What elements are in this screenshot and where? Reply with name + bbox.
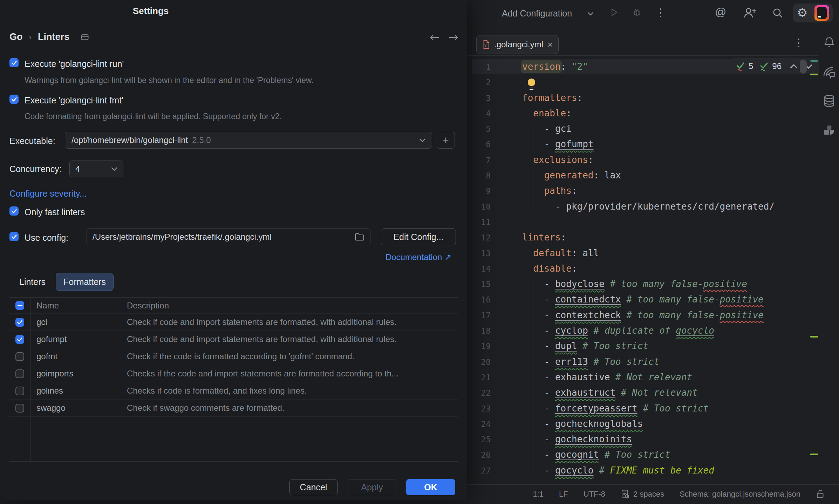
breadcrumb-go[interactable]: Go [9,32,23,42]
code-line[interactable]: 9 paths: [472,183,819,198]
select-all-checkbox[interactable] [15,301,24,310]
settings-gear-icon[interactable]: ⚙ [797,6,807,20]
golines-checkbox[interactable] [15,387,24,395]
run-configuration-selector[interactable]: Add Configuration [502,8,572,19]
code-line[interactable]: 6 - gofumpt [472,136,819,152]
run-button[interactable] [609,7,619,18]
code-line[interactable]: 11 [472,214,819,230]
tab-formatters[interactable]: Formatters [56,273,114,291]
column-header-name[interactable]: Name [30,301,122,311]
edit-config-button[interactable]: Edit Config... [381,229,456,245]
code-line[interactable]: 7 exclusions: [472,152,819,168]
window-icon[interactable] [81,34,89,41]
concurrency-combobox[interactable]: 4 [69,161,123,177]
code-line[interactable]: 3formatters: [472,90,819,105]
chevron-down-icon[interactable] [111,167,117,171]
caret-position[interactable]: 1:1 [533,490,544,499]
table-row[interactable]: gofmtCheck if the code is formatted acco… [9,348,458,365]
code-line[interactable]: 25 - gochecknoinits [472,431,819,447]
code-editor[interactable]: 1version: "2"23formatters:4 enable:5 - g… [472,59,819,478]
table-row[interactable]: goimportsChecks if the code and import s… [9,365,458,382]
code-line[interactable]: 4 enable: [472,105,819,121]
table-row[interactable]: swaggoCheck if swaggo comments are forma… [9,400,458,417]
gofmt-checkbox[interactable] [15,352,24,361]
code-line[interactable]: 21 - exhaustive # Not relevant [472,369,819,385]
only-fast-checkbox[interactable] [9,206,19,216]
editor-tab-golangci-yml[interactable]: Y .golangci.yml × [476,35,559,54]
table-row[interactable]: golinesChecks if code is formatted, and … [9,382,458,400]
execute-run-checkbox[interactable] [9,58,19,67]
schema-selector[interactable]: Schema: golangci.jsonschema.json [680,490,800,499]
config-path-input[interactable]: /Users/jetbrains/myProjects/traefik/.gol… [87,229,370,245]
code-line[interactable]: 10 - pkg/provider/kubernetes/crd/generat… [472,199,819,214]
code-line[interactable]: 17 - contextcheck # too many false-posit… [472,307,819,323]
file-encoding[interactable]: UTF-8 [584,490,605,499]
editor-scrollbar-thumb[interactable] [800,60,807,74]
intention-bulb-icon[interactable] [528,79,535,86]
use-config-label[interactable]: Use config: [25,233,68,243]
editor-options-icon[interactable]: ⋮ [793,36,804,49]
gci-checkbox[interactable] [15,318,24,327]
lock-icon[interactable] [816,489,825,499]
plugins-icon[interactable] [823,123,836,137]
code-line[interactable]: 14 disable: [472,261,819,276]
column-header-description[interactable]: Description [122,301,458,311]
cancel-button[interactable]: Cancel [289,479,337,495]
code-line[interactable]: 24 - gochecknoglobals [472,416,819,431]
code-line[interactable]: 23 - forcetypeassert # Too strict [472,401,819,416]
avatar[interactable] [814,5,829,21]
database-icon[interactable] [823,94,836,108]
code-line[interactable]: 18 - cyclop # duplicate of gocyclo [472,323,819,338]
code-line[interactable]: 26 - gocognit # Too strict [472,447,819,462]
apply-button[interactable]: Apply [348,479,396,495]
only-fast-label[interactable]: Only fast linters [25,207,85,217]
ok-button[interactable]: OK [406,479,455,495]
tab-close-icon[interactable]: × [547,40,553,49]
line-separator[interactable]: LF [559,490,568,499]
code-line[interactable]: 13 default: all [472,245,819,261]
code-line[interactable]: 27 - gocyclo # FIXME must be fixed [472,463,819,478]
indent-setting[interactable]: 2 spaces [621,489,664,499]
configure-severity-link[interactable]: Configure severity... [9,189,87,199]
code-line[interactable]: 5 - gci [472,121,819,136]
code-with-me-icon[interactable] [742,6,757,20]
stripe-mark-green[interactable] [810,336,818,338]
chevron-down-icon[interactable] [419,138,425,142]
ai-assistant-icon[interactable]: @ [715,6,726,19]
execute-run-label[interactable]: Execute 'golangci-lint run' [25,59,124,69]
stripe-mark-green[interactable] [810,454,818,455]
code-line[interactable]: 22 - exhaustruct # Not relevant [472,385,819,400]
code-line[interactable]: 12linters: [472,230,819,245]
stripe-mark-green[interactable] [810,74,818,75]
table-row[interactable]: gofumptCheck if code and import statemen… [9,331,458,348]
code-line[interactable]: 20 - err113 # Too strict [472,354,819,369]
gofumpt-checkbox[interactable] [15,335,24,344]
stripe-mark-teal[interactable] [810,60,818,62]
folder-icon[interactable] [355,233,364,241]
chevron-down-icon[interactable] [587,12,594,15]
goimports-checkbox[interactable] [15,369,24,378]
code-line[interactable]: 16 - containedctx # too many false-posit… [472,292,819,307]
add-executable-button[interactable]: + [437,132,455,149]
code-line[interactable]: 19 - dupl # Too strict [472,338,819,354]
ai-chat-icon[interactable] [822,64,836,79]
line-number: 12 [472,230,491,245]
tab-linters[interactable]: Linters [19,277,46,287]
table-row[interactable]: gciCheck if code and import statements a… [9,314,458,331]
more-actions-icon[interactable]: ⋮ [655,6,666,19]
use-config-checkbox[interactable] [9,232,19,241]
code-line[interactable]: 2 [472,74,819,90]
execute-fmt-checkbox[interactable] [9,95,19,104]
back-arrow-icon[interactable] [429,33,440,42]
prev-problem-icon[interactable] [790,64,798,69]
execute-fmt-label[interactable]: Execute 'golangci-lint fmt' [25,95,123,105]
documentation-link[interactable]: Documentation ↗ [381,252,456,262]
notifications-bell-icon[interactable] [823,36,835,49]
executable-combobox[interactable]: /opt/homebrew/bin/golangci-lint 2.5.0 [65,132,432,149]
code-line[interactable]: 8 generated: lax [472,168,819,183]
forward-arrow-icon[interactable] [448,33,459,42]
debug-button[interactable] [632,7,642,18]
search-everywhere-icon[interactable] [772,7,784,19]
code-line[interactable]: 15 - bodyclose # too many false-positive [472,276,819,292]
swaggo-checkbox[interactable] [15,404,24,413]
